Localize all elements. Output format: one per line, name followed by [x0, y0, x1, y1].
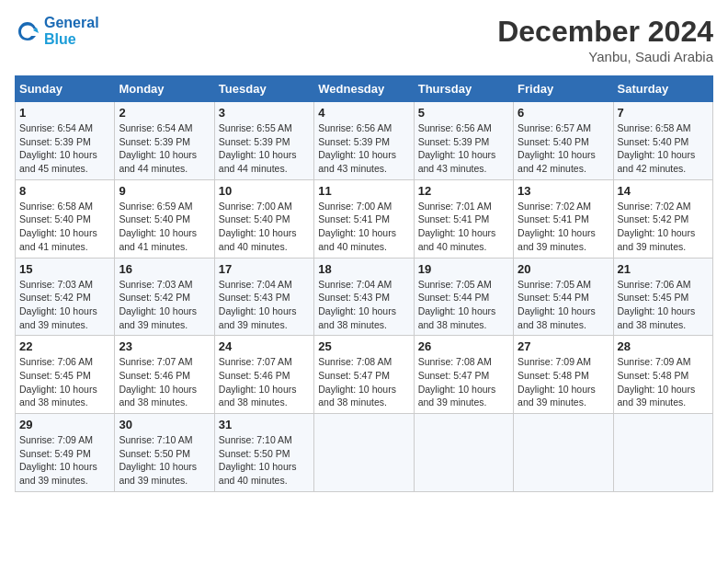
day-number: 2 [119, 106, 210, 120]
calendar-cell [514, 414, 613, 492]
calendar-cell: 9 Sunrise: 6:59 AM Sunset: 5:40 PM Dayli… [115, 179, 214, 258]
weekday-header-wednesday: Wednesday [314, 76, 414, 102]
day-number: 23 [119, 339, 210, 353]
day-number: 17 [219, 262, 310, 276]
calendar-cell: 19 Sunrise: 7:05 AM Sunset: 5:44 PM Dayl… [414, 258, 513, 336]
day-info: Sunrise: 6:55 AM Sunset: 5:39 PM Dayligh… [219, 121, 310, 176]
day-info: Sunrise: 7:10 AM Sunset: 5:50 PM Dayligh… [119, 433, 210, 488]
calendar-cell: 3 Sunrise: 6:55 AM Sunset: 5:39 PM Dayli… [214, 102, 313, 180]
day-number: 30 [119, 418, 210, 431]
calendar-cell: 21 Sunrise: 7:06 AM Sunset: 5:45 PM Dayl… [613, 258, 712, 336]
calendar-cell: 13 Sunrise: 7:02 AM Sunset: 5:41 PM Dayl… [514, 179, 613, 258]
calendar-cell: 29 Sunrise: 7:09 AM Sunset: 5:49 PM Dayl… [16, 414, 115, 492]
day-number: 10 [219, 184, 310, 198]
day-info: Sunrise: 6:58 AM Sunset: 5:40 PM Dayligh… [19, 200, 110, 254]
location: Yanbu, Saudi Arabia [497, 49, 713, 64]
day-info: Sunrise: 6:56 AM Sunset: 5:39 PM Dayligh… [418, 121, 509, 176]
calendar-cell: 25 Sunrise: 7:08 AM Sunset: 5:47 PM Dayl… [314, 336, 414, 414]
day-info: Sunrise: 7:05 AM Sunset: 5:44 PM Dayligh… [418, 278, 509, 332]
day-number: 6 [518, 106, 609, 120]
day-info: Sunrise: 7:09 AM Sunset: 5:49 PM Dayligh… [19, 433, 110, 488]
day-number: 21 [618, 262, 709, 276]
day-number: 16 [119, 262, 210, 276]
day-info: Sunrise: 7:00 AM Sunset: 5:40 PM Dayligh… [219, 200, 310, 254]
day-info: Sunrise: 7:02 AM Sunset: 5:41 PM Dayligh… [518, 200, 609, 254]
day-number: 12 [418, 184, 509, 198]
calendar-cell: 6 Sunrise: 6:57 AM Sunset: 5:40 PM Dayli… [514, 102, 613, 180]
day-number: 1 [19, 106, 110, 120]
day-number: 24 [219, 339, 310, 353]
day-info: Sunrise: 7:10 AM Sunset: 5:50 PM Dayligh… [219, 433, 310, 488]
day-info: Sunrise: 6:54 AM Sunset: 5:39 PM Dayligh… [119, 121, 210, 176]
weekday-header-thursday: Thursday [414, 76, 513, 102]
calendar-cell: 11 Sunrise: 7:00 AM Sunset: 5:41 PM Dayl… [314, 179, 414, 258]
day-info: Sunrise: 7:08 AM Sunset: 5:47 PM Dayligh… [318, 355, 409, 409]
page-header: General Blue December 2024 Yanbu, Saudi … [15, 15, 713, 64]
calendar-cell: 5 Sunrise: 6:56 AM Sunset: 5:39 PM Dayli… [414, 102, 513, 180]
day-info: Sunrise: 6:54 AM Sunset: 5:39 PM Dayligh… [19, 121, 110, 176]
calendar-cell: 30 Sunrise: 7:10 AM Sunset: 5:50 PM Dayl… [115, 414, 214, 492]
day-number: 4 [318, 106, 409, 120]
day-number: 14 [618, 184, 709, 198]
day-info: Sunrise: 6:57 AM Sunset: 5:40 PM Dayligh… [518, 121, 609, 176]
logo-text: General Blue [44, 15, 99, 47]
calendar-cell: 8 Sunrise: 6:58 AM Sunset: 5:40 PM Dayli… [16, 179, 115, 258]
calendar-cell: 26 Sunrise: 7:08 AM Sunset: 5:47 PM Dayl… [414, 336, 513, 414]
day-number: 25 [318, 339, 409, 353]
title-block: December 2024 Yanbu, Saudi Arabia [497, 15, 713, 64]
calendar-cell: 14 Sunrise: 7:02 AM Sunset: 5:42 PM Dayl… [613, 179, 712, 258]
day-info: Sunrise: 7:04 AM Sunset: 5:43 PM Dayligh… [318, 278, 409, 332]
month-title: December 2024 [497, 15, 713, 49]
calendar-cell: 15 Sunrise: 7:03 AM Sunset: 5:42 PM Dayl… [16, 258, 115, 336]
day-number: 27 [518, 339, 609, 353]
day-info: Sunrise: 7:07 AM Sunset: 5:46 PM Dayligh… [219, 355, 310, 409]
day-number: 9 [119, 184, 210, 198]
day-info: Sunrise: 7:00 AM Sunset: 5:41 PM Dayligh… [318, 200, 409, 254]
day-number: 31 [219, 418, 310, 431]
calendar-cell: 17 Sunrise: 7:04 AM Sunset: 5:43 PM Dayl… [214, 258, 313, 336]
day-info: Sunrise: 7:01 AM Sunset: 5:41 PM Dayligh… [418, 200, 509, 254]
weekday-header-tuesday: Tuesday [214, 76, 313, 102]
day-info: Sunrise: 7:03 AM Sunset: 5:42 PM Dayligh… [119, 278, 210, 332]
logo-icon [15, 18, 40, 44]
calendar-cell: 1 Sunrise: 6:54 AM Sunset: 5:39 PM Dayli… [16, 102, 115, 180]
calendar-cell: 12 Sunrise: 7:01 AM Sunset: 5:41 PM Dayl… [414, 179, 513, 258]
day-info: Sunrise: 7:04 AM Sunset: 5:43 PM Dayligh… [219, 278, 310, 332]
day-info: Sunrise: 6:59 AM Sunset: 5:40 PM Dayligh… [119, 200, 210, 254]
day-info: Sunrise: 7:05 AM Sunset: 5:44 PM Dayligh… [518, 278, 609, 332]
calendar-cell: 16 Sunrise: 7:03 AM Sunset: 5:42 PM Dayl… [115, 258, 214, 336]
day-number: 7 [618, 106, 709, 120]
day-number: 15 [19, 262, 110, 276]
calendar-cell: 4 Sunrise: 6:56 AM Sunset: 5:39 PM Dayli… [314, 102, 414, 180]
day-info: Sunrise: 7:02 AM Sunset: 5:42 PM Dayligh… [618, 200, 709, 254]
calendar-cell: 27 Sunrise: 7:09 AM Sunset: 5:48 PM Dayl… [514, 336, 613, 414]
day-number: 29 [19, 418, 110, 431]
day-number: 13 [518, 184, 609, 198]
day-info: Sunrise: 6:56 AM Sunset: 5:39 PM Dayligh… [318, 121, 409, 176]
day-number: 8 [19, 184, 110, 198]
day-info: Sunrise: 7:08 AM Sunset: 5:47 PM Dayligh… [418, 355, 509, 409]
day-info: Sunrise: 6:58 AM Sunset: 5:40 PM Dayligh… [618, 121, 709, 176]
day-info: Sunrise: 7:07 AM Sunset: 5:46 PM Dayligh… [119, 355, 210, 409]
calendar-cell [414, 414, 513, 492]
calendar-cell: 7 Sunrise: 6:58 AM Sunset: 5:40 PM Dayli… [613, 102, 712, 180]
logo: General Blue [15, 15, 99, 47]
calendar-cell: 28 Sunrise: 7:09 AM Sunset: 5:48 PM Dayl… [613, 336, 712, 414]
calendar-cell: 20 Sunrise: 7:05 AM Sunset: 5:44 PM Dayl… [514, 258, 613, 336]
day-info: Sunrise: 7:09 AM Sunset: 5:48 PM Dayligh… [618, 355, 709, 409]
calendar-cell: 31 Sunrise: 7:10 AM Sunset: 5:50 PM Dayl… [214, 414, 313, 492]
day-info: Sunrise: 7:09 AM Sunset: 5:48 PM Dayligh… [518, 355, 609, 409]
day-number: 18 [318, 262, 409, 276]
calendar-table: SundayMondayTuesdayWednesdayThursdayFrid… [15, 75, 713, 492]
calendar-cell: 10 Sunrise: 7:00 AM Sunset: 5:40 PM Dayl… [214, 179, 313, 258]
day-number: 11 [318, 184, 409, 198]
day-number: 22 [19, 339, 110, 353]
calendar-cell [314, 414, 414, 492]
weekday-header-saturday: Saturday [613, 76, 712, 102]
calendar-cell [613, 414, 712, 492]
weekday-header-friday: Friday [514, 76, 613, 102]
day-number: 19 [418, 262, 509, 276]
calendar-cell: 24 Sunrise: 7:07 AM Sunset: 5:46 PM Dayl… [214, 336, 313, 414]
day-info: Sunrise: 7:06 AM Sunset: 5:45 PM Dayligh… [19, 355, 110, 409]
calendar-cell: 23 Sunrise: 7:07 AM Sunset: 5:46 PM Dayl… [115, 336, 214, 414]
